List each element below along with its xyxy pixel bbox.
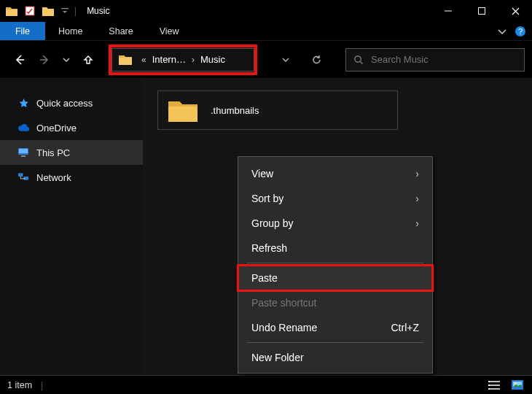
folder-icon bbox=[117, 54, 134, 65]
properties-icon[interactable] bbox=[23, 4, 36, 18]
tab-view[interactable]: View bbox=[146, 22, 192, 40]
qat-dropdown-icon[interactable] bbox=[60, 4, 70, 18]
tab-home[interactable]: Home bbox=[45, 22, 95, 40]
breadcrumb-overflow[interactable]: « bbox=[138, 55, 149, 65]
refresh-button[interactable] bbox=[306, 50, 326, 70]
window-title: Music bbox=[87, 6, 109, 16]
sidebar-item-this-pc[interactable]: This PC bbox=[0, 140, 143, 165]
titlebar: | Music bbox=[0, 0, 532, 22]
menu-item-paste-shortcut: Paste shortcut bbox=[238, 290, 432, 315]
folder-icon bbox=[167, 97, 199, 123]
menu-item-refresh[interactable]: Refresh bbox=[238, 236, 432, 260]
address-dropdown-icon[interactable] bbox=[275, 50, 296, 70]
navigation-pane: Quick access OneDrive This PC Network bbox=[0, 79, 143, 375]
chevron-right-icon[interactable]: › bbox=[189, 55, 197, 65]
sidebar-item-quick-access[interactable]: Quick access bbox=[0, 90, 143, 115]
sidebar-item-onedrive[interactable]: OneDrive bbox=[0, 115, 143, 140]
chevron-right-icon: › bbox=[415, 168, 419, 179]
chevron-right-icon: › bbox=[415, 193, 419, 204]
cloud-icon bbox=[17, 122, 29, 134]
menu-item-group-by[interactable]: Group by› bbox=[238, 211, 432, 236]
svg-rect-14 bbox=[488, 388, 500, 390]
context-menu: View› Sort by› Group by› Refresh Paste P… bbox=[238, 156, 433, 374]
monitor-icon bbox=[17, 147, 29, 158]
file-tab[interactable]: File bbox=[0, 22, 45, 40]
address-bar-highlight: « Intern… › Music bbox=[109, 45, 257, 74]
search-box[interactable] bbox=[345, 48, 525, 72]
sidebar-item-network[interactable]: Network bbox=[0, 165, 143, 190]
close-button[interactable] bbox=[498, 0, 532, 22]
status-bar: 1 item | bbox=[0, 375, 532, 394]
menu-item-sort-by[interactable]: Sort by› bbox=[238, 186, 432, 211]
menu-item-undo-rename[interactable]: Undo RenameCtrl+Z bbox=[238, 315, 432, 340]
details-view-icon[interactable] bbox=[487, 379, 501, 391]
folder-icon-small bbox=[42, 4, 55, 18]
svg-rect-1 bbox=[61, 8, 69, 9]
search-icon bbox=[353, 55, 364, 65]
ribbon-expand-icon[interactable] bbox=[497, 26, 507, 36]
svg-rect-9 bbox=[21, 155, 26, 157]
svg-rect-2 bbox=[445, 11, 452, 12]
svg-rect-3 bbox=[479, 8, 485, 15]
sidebar-item-label: OneDrive bbox=[36, 123, 77, 134]
menu-item-paste[interactable]: Paste bbox=[238, 266, 432, 290]
tab-share[interactable]: Share bbox=[95, 22, 146, 40]
svg-rect-12 bbox=[488, 381, 500, 382]
svg-rect-16 bbox=[488, 385, 490, 386]
sidebar-item-label: This PC bbox=[36, 147, 70, 158]
up-button[interactable] bbox=[80, 52, 96, 68]
menu-divider bbox=[247, 342, 423, 343]
svg-rect-10 bbox=[18, 173, 23, 177]
svg-point-20 bbox=[515, 382, 516, 384]
address-bar[interactable]: « Intern… › Music bbox=[112, 48, 254, 72]
network-icon bbox=[17, 171, 29, 183]
folder-tile[interactable]: .thumbnails bbox=[157, 90, 398, 130]
maximize-button[interactable] bbox=[465, 0, 498, 22]
menu-item-new-folder[interactable]: New Folder bbox=[238, 345, 432, 370]
thumbnails-view-icon[interactable] bbox=[510, 379, 525, 391]
folder-name: .thumbnails bbox=[211, 105, 259, 116]
menu-shortcut: Ctrl+Z bbox=[391, 322, 420, 333]
svg-rect-17 bbox=[488, 388, 490, 390]
svg-point-6 bbox=[355, 55, 361, 61]
file-explorer-window: | Music File Home Share View ? « Intern…… bbox=[0, 0, 532, 394]
star-icon bbox=[17, 97, 29, 109]
svg-rect-15 bbox=[488, 381, 490, 382]
menu-item-view[interactable]: View› bbox=[238, 161, 432, 186]
svg-rect-13 bbox=[488, 385, 500, 386]
minimize-button[interactable] bbox=[431, 0, 465, 22]
ribbon-bar: File Home Share View ? bbox=[0, 22, 532, 41]
back-button[interactable] bbox=[12, 52, 28, 68]
sidebar-item-label: Quick access bbox=[36, 98, 93, 109]
title-separator: | bbox=[74, 6, 77, 16]
breadcrumb-item[interactable]: Intern… bbox=[149, 54, 189, 65]
help-icon[interactable]: ? bbox=[515, 26, 526, 37]
sidebar-item-label: Network bbox=[36, 172, 71, 183]
status-text: 1 item bbox=[7, 380, 32, 390]
recent-locations-icon[interactable] bbox=[61, 52, 71, 68]
search-input[interactable] bbox=[371, 54, 517, 65]
breadcrumb-item[interactable]: Music bbox=[197, 54, 228, 65]
folder-icon bbox=[5, 4, 18, 18]
menu-divider bbox=[247, 263, 423, 263]
navigation-bar: « Intern… › Music bbox=[0, 41, 532, 79]
svg-text:?: ? bbox=[518, 27, 523, 36]
chevron-right-icon: › bbox=[415, 217, 419, 229]
svg-rect-8 bbox=[19, 149, 28, 153]
forward-button[interactable] bbox=[36, 52, 52, 68]
